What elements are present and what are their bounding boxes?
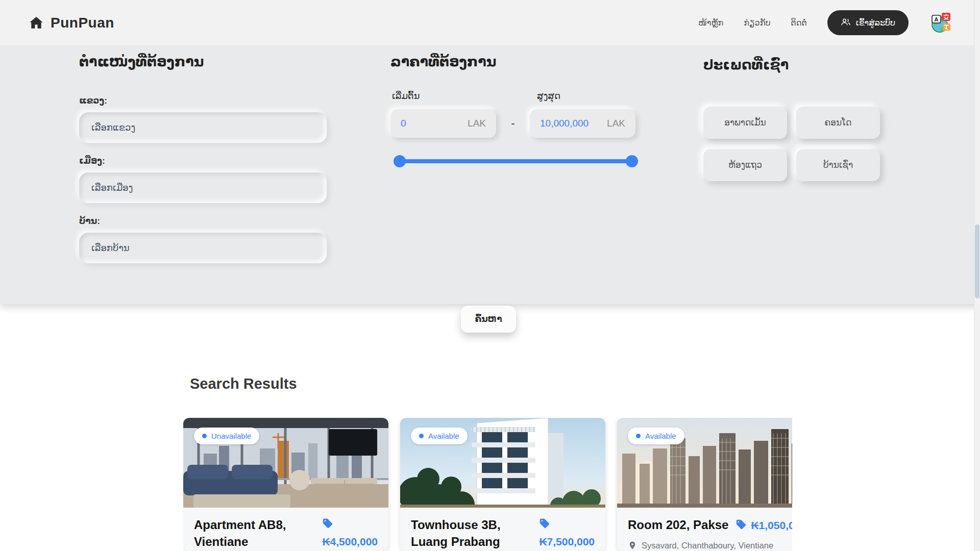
property-location: Sysavard, Chanthaboury, Vientiane: [628, 541, 792, 551]
property-card[interactable]: Unavailable Apartment AB8, Vientiane ₭4,…: [183, 418, 388, 551]
brand-name: PunPuan: [51, 15, 114, 31]
rental-type-section: ປະເພດທີ່ເຊົ່າ ອາພາດເມັ້ນ ຄອນໂດ ຫ້ອງແຖວ ບ…: [703, 57, 880, 181]
availability-label: Unavailable: [211, 432, 251, 440]
results-card-list: Unavailable Apartment AB8, Vientiane ₭4,…: [183, 418, 792, 551]
header: PunPuan ໜ້າຫຼັກ ກ່ຽວກັບ ຕິດຕໍ່ ເຂົ້າສູ່ລ…: [0, 0, 980, 45]
max-price-input[interactable]: [540, 118, 599, 129]
slider-handle-min[interactable]: [394, 155, 406, 167]
nav-contact-link[interactable]: ຕິດຕໍ່: [791, 18, 806, 28]
rental-type-options: ອາພາດເມັ້ນ ຄອນໂດ ຫ້ອງແຖວ ບ້ານເຊົ່າ: [703, 107, 880, 181]
district-select[interactable]: ເລືອກເມືອງ: [79, 172, 327, 203]
slider-track: [394, 159, 638, 163]
province-label: ແຂວງ:: [79, 95, 327, 106]
nav-about-link[interactable]: ກ່ຽວກັບ: [744, 18, 770, 28]
price-range-separator: -: [496, 117, 530, 130]
main-nav: ໜ້າຫຼັກ ກ່ຽວກັບ ຕິດຕໍ່ ເຂົ້າສູ່ລະບົບ A: [698, 10, 952, 35]
price-inputs-row: LAK - LAK: [390, 109, 641, 138]
min-price-field: LAK: [390, 109, 496, 138]
search-button[interactable]: ຄົ້ນຫາ: [461, 306, 516, 333]
login-button[interactable]: ເຂົ້າສູ່ລະບົບ: [827, 10, 909, 35]
max-price-currency: LAK: [607, 118, 625, 129]
vertical-scrollbar[interactable]: [974, 0, 980, 551]
price-block: ₭7,500,000: [539, 516, 595, 548]
brand-logo[interactable]: PunPuan: [28, 15, 114, 31]
type-rowhouse-button[interactable]: ຫ້ອງແຖວ: [703, 149, 787, 181]
filter-panel: ຕຳແໜ່ງທີ່ຕ້ອງການ ແຂວງ: ເລືອກແຂວງ ເມືອງ: …: [0, 45, 980, 304]
property-photo: Available: [617, 418, 792, 508]
price-range-slider[interactable]: [394, 155, 638, 167]
property-photo: Available: [400, 418, 605, 508]
status-dot-icon: [202, 434, 207, 438]
location-filter-section: ຕຳແໜ່ງທີ່ຕ້ອງການ ແຂວງ: ເລືອກແຂວງ ເມືອງ: …: [79, 54, 327, 263]
province-select[interactable]: ເລືອກແຂວງ: [79, 112, 327, 143]
min-price-currency: LAK: [468, 118, 486, 129]
price-block: ₭1,050,000: [736, 516, 792, 532]
price-tag-icon: [736, 519, 747, 532]
availability-badge: Available: [628, 428, 684, 444]
slider-handle-max[interactable]: [626, 155, 638, 167]
type-condo-button[interactable]: ຄອນໂດ: [796, 107, 880, 139]
location-section-heading: ຕຳແໜ່ງທີ່ຕ້ອງການ: [79, 54, 327, 70]
map-pin-icon: [628, 541, 637, 551]
availability-label: Available: [645, 432, 676, 440]
property-title: Townhouse 3B, Luang Prabang: [411, 516, 537, 550]
price-block: ₭4,500,000: [322, 516, 378, 548]
district-label: ເມືອງ:: [79, 156, 327, 166]
language-switcher-button[interactable]: A: [929, 11, 952, 35]
price-section-heading: ລາຄາທີ່ຕ້ອງການ: [390, 54, 641, 70]
login-button-label: ເຂົ້າສູ່ລະບົບ: [856, 18, 895, 28]
price-tag-icon: [539, 518, 550, 531]
users-icon: [841, 18, 851, 28]
price-labels: ເລີ່ມຕົ້ນ ສູງສຸດ: [390, 90, 641, 105]
min-price-label: ເລີ່ມຕົ້ນ: [392, 90, 420, 102]
availability-label: Available: [428, 432, 459, 440]
property-card[interactable]: Available Room 202, Pakse ₭1,050,000: [617, 418, 792, 551]
property-card[interactable]: Available Townhouse 3B, Luang Prabang ₭7…: [400, 418, 605, 551]
availability-badge: Available: [411, 428, 468, 444]
type-house-button[interactable]: ບ້ານເຊົ່າ: [796, 149, 880, 181]
village-select[interactable]: ເລືອກບ້ານ: [79, 233, 327, 263]
property-title: Room 202, Pakse: [628, 516, 728, 533]
min-price-input[interactable]: [401, 118, 459, 129]
results-heading: Search Results: [190, 375, 297, 392]
max-price-field: LAK: [530, 109, 635, 138]
type-apartment-button[interactable]: ອາພາດເມັ້ນ: [703, 107, 787, 139]
page: PunPuan ໜ້າຫຼັກ ກ່ຽວກັບ ຕິດຕໍ່ ເຂົ້າສູ່ລ…: [0, 0, 980, 551]
price-tag-icon: [322, 518, 333, 531]
home-icon: [28, 15, 44, 31]
card-body: Apartment AB8, Vientiane ₭4,500,000: [183, 508, 388, 551]
card-body: Room 202, Pakse ₭1,050,000 Sysavard, Cha…: [617, 508, 792, 551]
svg-text:A: A: [935, 16, 939, 22]
availability-badge: Unavailable: [194, 428, 259, 444]
property-title: Apartment AB8, Vientiane: [194, 516, 321, 550]
property-photo: Unavailable: [183, 418, 388, 508]
translate-globe-icon: A: [929, 29, 952, 36]
rental-type-heading: ປະເພດທີ່ເຊົ່າ: [703, 57, 880, 73]
status-dot-icon: [636, 434, 641, 438]
property-location-text: Sysavard, Chanthaboury, Vientiane: [642, 541, 773, 550]
property-price: ₭1,050,000: [751, 519, 792, 532]
scrollbar-thumb[interactable]: [975, 224, 979, 298]
max-price-label: ສູງສຸດ: [537, 90, 560, 102]
card-body: Townhouse 3B, Luang Prabang ₭7,500,000: [400, 508, 605, 551]
price-filter-section: ລາຄາທີ່ຕ້ອງການ ເລີ່ມຕົ້ນ ສູງສຸດ LAK - LA…: [390, 54, 641, 167]
village-label: ບ້ານ:: [79, 216, 327, 227]
property-price: ₭4,500,000: [322, 536, 378, 548]
nav-home-link[interactable]: ໜ້າຫຼັກ: [698, 18, 723, 28]
status-dot-icon: [419, 434, 424, 438]
property-price: ₭7,500,000: [539, 536, 595, 548]
